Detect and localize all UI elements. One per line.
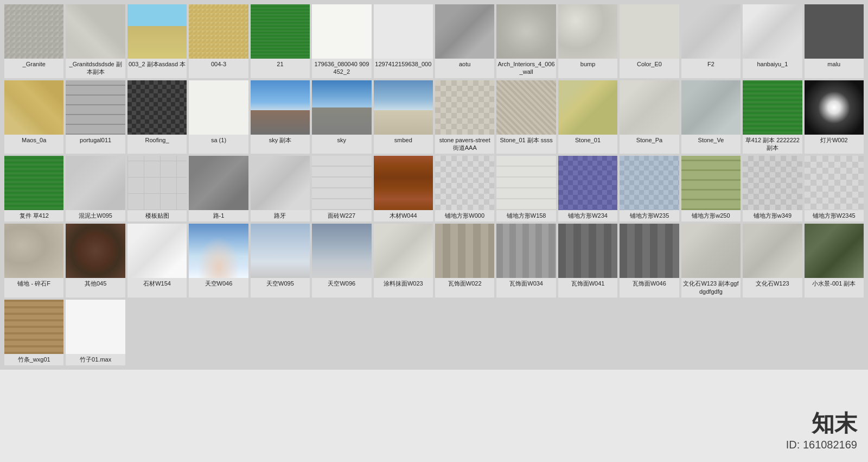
material-thumb-face_brick: [312, 156, 371, 210]
material-item-stone_pavers[interactable]: stone pavers-street 街道AAA: [435, 80, 494, 154]
material-item-roof_w034[interactable]: 瓦饰面W034: [496, 224, 556, 298]
material-thumb-concrete: [66, 156, 125, 210]
material-item-concrete[interactable]: 混泥土W095: [66, 156, 125, 221]
material-label-granite: _Granite: [4, 59, 63, 70]
material-thumb-roadedge: [251, 156, 310, 210]
material-item-hanbaiyu[interactable]: hanbaiyu_1: [743, 4, 802, 78]
material-item-21[interactable]: 21: [251, 4, 310, 78]
watermark-logo: 知末: [786, 408, 857, 439]
material-thumb-stone_pa: [620, 80, 679, 135]
material-item-wood[interactable]: 木材W044: [374, 156, 433, 221]
material-item-tile_w000[interactable]: 铺地方形W000: [435, 156, 494, 221]
material-item-sky[interactable]: sky: [312, 80, 371, 154]
material-label-tile_w158: 铺地方形W158: [496, 210, 556, 221]
material-item-tile_w349[interactable]: 铺地方形w349: [743, 156, 802, 221]
material-item-culture_stone_copy[interactable]: 文化石W123 副本ggfdgdfgdfg: [681, 224, 741, 298]
material-item-tile_broken[interactable]: 铺地 - 碎石F: [4, 224, 63, 298]
material-item-sky_w046[interactable]: 天空W046: [189, 224, 248, 298]
material-item-lamp[interactable]: 灯片W002: [805, 80, 864, 154]
material-thumb-bamboo_01: [66, 300, 125, 354]
material-item-004_3[interactable]: 004-3: [189, 4, 248, 78]
material-item-granite[interactable]: _Granite: [4, 4, 63, 78]
material-item-sky_copy[interactable]: sky 副本: [251, 80, 310, 154]
material-item-bamboo_01[interactable]: 竹子01.max: [66, 300, 125, 365]
material-label-stone_pavers: stone pavers-street 街道AAA: [435, 135, 494, 154]
material-label-004_3: 004-3: [189, 59, 248, 70]
material-thumb-culture_stone_copy: [681, 224, 741, 278]
material-item-maos[interactable]: Maos_0a: [4, 80, 63, 154]
material-item-179636[interactable]: 179636_080040 909452_2: [312, 4, 371, 78]
material-item-roof_w022[interactable]: 瓦饰面W022: [435, 224, 494, 298]
material-item-stone_w154[interactable]: 石材W154: [127, 224, 187, 298]
material-label-lamp: 灯片W002: [805, 135, 864, 146]
material-item-malu[interactable]: malu: [805, 4, 864, 78]
material-item-bamboo_strip[interactable]: 竹条_wxg01: [4, 300, 63, 365]
material-thumb-stone_w154: [127, 224, 187, 278]
material-item-smbed[interactable]: smbed: [374, 80, 433, 154]
material-item-tile_w2345[interactable]: 铺地方形W2345: [805, 156, 864, 221]
material-item-tile_w158[interactable]: 铺地方形W158: [496, 156, 556, 221]
material-thumb-sa1: [189, 80, 248, 135]
material-label-tile_w235: 铺地方形W235: [620, 210, 679, 221]
material-item-face_brick[interactable]: 面砖W227: [312, 156, 371, 221]
material-item-sky_w095[interactable]: 天空W095: [251, 224, 310, 298]
material-thumb-water: [805, 224, 864, 278]
material-item-grass412b[interactable]: 复件 草412: [4, 156, 63, 221]
material-thumb-tile_w250: [681, 156, 741, 210]
material-item-plaster[interactable]: 涂料抹面W023: [374, 224, 433, 298]
material-label-tile_w000: 铺地方形W000: [435, 210, 494, 221]
material-thumb-smbed: [374, 80, 433, 135]
material-item-other045[interactable]: 其他045: [66, 224, 125, 298]
material-item-roofing[interactable]: Roofing_: [127, 80, 187, 154]
material-item-aotu[interactable]: aotu: [435, 4, 494, 78]
material-item-stone01_copy[interactable]: Stone_01 副本 ssss: [496, 80, 556, 154]
material-item-tile_w234[interactable]: 铺地方形W234: [558, 156, 617, 221]
material-thumb-tile_broken: [4, 224, 63, 278]
material-item-floor[interactable]: 楼板贴图: [127, 156, 187, 221]
material-label-grass412: 草412 副本 2222222副本: [743, 135, 802, 154]
material-thumb-roof_w041: [558, 224, 617, 278]
material-item-003_2[interactable]: 003_2 副本asdasd 本: [127, 4, 187, 78]
material-item-tile_w250[interactable]: 铺地方形w250: [681, 156, 741, 221]
material-item-culture_stone[interactable]: 文化石W123: [743, 224, 802, 298]
material-thumb-sky: [312, 80, 371, 135]
material-item-tile_w235[interactable]: 铺地方形W235: [620, 156, 679, 221]
material-thumb-grass412b: [4, 156, 63, 210]
material-thumb-floor: [127, 156, 187, 210]
material-label-culture_stone: 文化石W123: [743, 278, 802, 289]
material-thumb-tile_w235: [620, 156, 679, 210]
material-thumb-other045: [66, 224, 125, 278]
material-item-129741[interactable]: 1297412159638_000: [374, 4, 433, 78]
material-item-water[interactable]: 小水景-001 副本: [805, 224, 864, 298]
material-item-roof_w046[interactable]: 瓦饰面W046: [620, 224, 679, 298]
material-item-sky_w096[interactable]: 天空W096: [312, 224, 371, 298]
material-thumb-wood: [374, 156, 433, 210]
material-item-color_e0[interactable]: Color_E0: [620, 4, 679, 78]
material-item-roof_w041[interactable]: 瓦饰面W041: [558, 224, 617, 298]
material-item-f2[interactable]: F2: [681, 4, 741, 78]
material-label-stone_pa: Stone_Pa: [620, 135, 679, 146]
material-thumb-granitesdsdsde: [66, 4, 125, 59]
material-thumb-roof_w022: [435, 224, 494, 278]
watermark: 知末 ID: 161082169: [786, 408, 857, 451]
material-thumb-tile_w349: [743, 156, 802, 210]
material-label-plaster: 涂料抹面W023: [374, 278, 433, 289]
material-label-tile_w2345: 铺地方形W2345: [805, 210, 864, 221]
material-item-arch_int[interactable]: Arch_Interiors_4_006_wall: [496, 4, 556, 78]
material-item-granitesdsdsde[interactable]: _Granitdsdsdsde 副本副本: [66, 4, 125, 78]
material-item-sa1[interactable]: sa (1): [189, 80, 248, 154]
material-thumb-portugal: [66, 80, 125, 135]
material-thumb-tile_w2345: [805, 156, 864, 210]
material-thumb-plaster: [374, 224, 433, 278]
material-item-roadedge[interactable]: 路牙: [251, 156, 310, 221]
material-item-stone01[interactable]: Stone_01: [558, 80, 617, 154]
material-item-stone_ve[interactable]: Stone_Ve: [681, 80, 741, 154]
material-thumb-stone01_copy: [496, 80, 556, 135]
material-item-grass412[interactable]: 草412 副本 2222222副本: [743, 80, 802, 154]
material-item-portugal[interactable]: portugal011: [66, 80, 125, 154]
material-item-road1[interactable]: 路-1: [189, 156, 248, 221]
material-item-bump[interactable]: bump: [558, 4, 617, 78]
material-thumb-culture_stone: [743, 224, 802, 278]
material-item-stone_pa[interactable]: Stone_Pa: [620, 80, 679, 154]
material-thumb-179636: [312, 4, 371, 59]
